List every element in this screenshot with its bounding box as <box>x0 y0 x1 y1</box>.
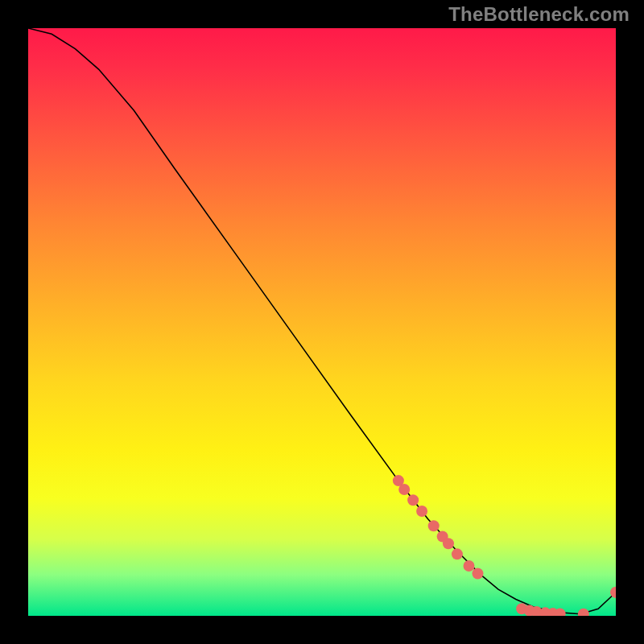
marker-dot <box>578 609 589 616</box>
marker-dot <box>443 538 454 549</box>
marker-dot <box>416 506 427 517</box>
marker-dot <box>398 484 410 495</box>
marker-dot <box>452 548 463 559</box>
marker-group <box>393 475 616 616</box>
chart-svg <box>28 28 616 616</box>
marker-dot <box>407 494 419 506</box>
chart-stage: TheBottleneck.com <box>0 0 644 644</box>
bottleneck-curve <box>28 28 616 614</box>
marker-dot <box>472 568 483 579</box>
watermark-text: TheBottleneck.com <box>448 3 630 26</box>
marker-dot <box>428 520 440 531</box>
marker-dot <box>464 560 475 572</box>
plot-area <box>28 28 616 616</box>
